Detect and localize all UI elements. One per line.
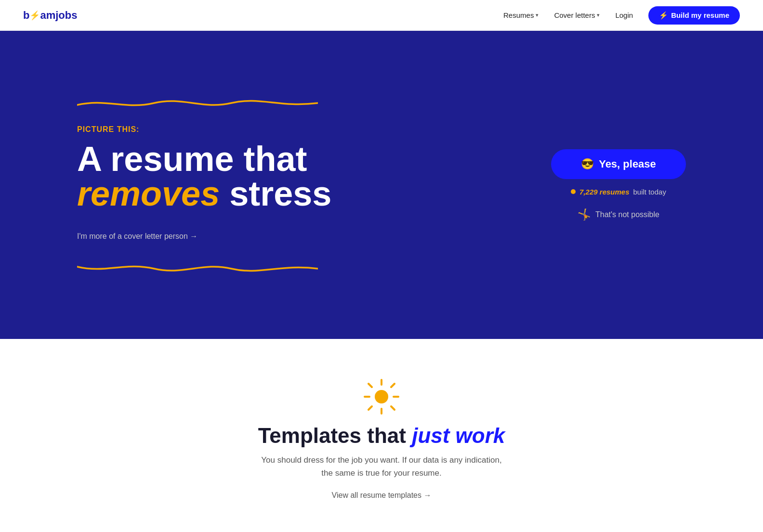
hero-heading: A resume that removes stress: [77, 142, 414, 211]
nav-cover-letters[interactable]: Cover letters ▾: [554, 11, 600, 19]
hero-h1-removes: removes: [77, 174, 220, 213]
logo-b: b: [23, 9, 29, 22]
sunglasses-emoji: 😎: [581, 158, 594, 170]
svg-line-7: [368, 406, 372, 410]
logo[interactable]: b⚡amjobs: [23, 9, 77, 22]
hero-eyebrow: PICTURE THIS:: [77, 125, 414, 134]
hero-h1-line1: A resume that: [77, 142, 414, 176]
view-all-templates-link[interactable]: View all resume templates →: [332, 491, 432, 500]
cover-letter-link[interactable]: I'm more of a cover letter person →: [77, 232, 197, 241]
chevron-down-icon: ▾: [536, 12, 539, 18]
cartwheel-emoji: 🤸: [578, 208, 591, 221]
wave-bottom-decoration: [77, 260, 318, 273]
bolt-icon: ⚡: [659, 11, 668, 20]
not-possible-link[interactable]: 🤸 That's not possible: [578, 208, 659, 221]
hero-section: PICTURE THIS: A resume that removes stre…: [0, 31, 763, 339]
hero-h1-line2: removes stress: [77, 176, 414, 211]
wave-top-decoration: [77, 96, 318, 110]
nav-links: Resumes ▾ Cover letters ▾ Login ⚡ Build …: [503, 6, 740, 25]
resumes-count: 7,229 resumes built today: [571, 188, 666, 196]
svg-point-8: [375, 390, 388, 403]
svg-line-4: [368, 384, 372, 387]
templates-section: Templates that just work You should dres…: [0, 339, 763, 519]
build-resume-button[interactable]: ⚡ Build my resume: [648, 6, 740, 25]
navbar: b⚡amjobs Resumes ▾ Cover letters ▾ Login…: [0, 0, 763, 31]
sun-icon: [362, 377, 401, 418]
dot-icon: [571, 189, 576, 194]
chevron-down-icon: ▾: [597, 12, 600, 18]
logo-rest: amjobs: [40, 9, 77, 22]
nav-resumes[interactable]: Resumes ▾: [503, 11, 539, 19]
nav-login[interactable]: Login: [615, 11, 633, 19]
templates-heading: Templates that just work: [23, 424, 740, 448]
resumes-number: 7,229 resumes: [579, 188, 629, 196]
yes-please-button[interactable]: 😎 Yes, please: [551, 149, 686, 179]
hero-left: PICTURE THIS: A resume that removes stre…: [77, 96, 414, 273]
hero-right: 😎 Yes, please 7,229 resumes built today …: [541, 149, 696, 221]
logo-bolt: ⚡: [29, 10, 40, 21]
hero-h1-stress: stress: [220, 174, 331, 213]
templates-subtext: You should dress for the job you want. I…: [256, 454, 507, 480]
svg-line-5: [391, 406, 395, 410]
svg-line-6: [391, 384, 395, 387]
